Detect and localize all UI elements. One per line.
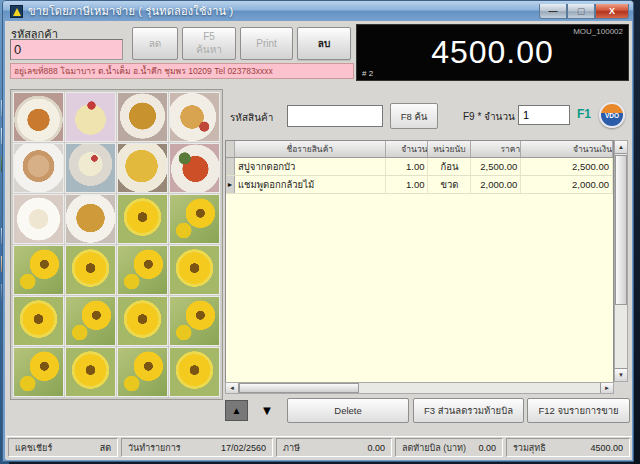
product-photo-sun-a[interactable] xyxy=(117,194,168,244)
table-row[interactable]: สบู่จากดอกบัว1.00ก้อน2,500.002,500.00 xyxy=(226,158,613,176)
scroll-down-icon[interactable]: ▼ xyxy=(615,368,627,381)
move-down-button[interactable]: ▼ xyxy=(255,400,279,421)
line-count: # 2 xyxy=(362,69,373,78)
f12-finish-sale-button[interactable]: F12 จบรายการขาย xyxy=(527,398,630,423)
f1-help-label[interactable]: F1 xyxy=(577,107,591,121)
product-photo-sun-a[interactable] xyxy=(13,296,64,346)
column-header-unit[interactable]: หน่วยนับ xyxy=(428,141,471,157)
product-photo-soup-white[interactable] xyxy=(13,194,64,244)
f3-bill-discount-button[interactable]: F3 ส่วนลดรวมท้ายบิล xyxy=(413,398,524,423)
table-cell[interactable]: ขวด xyxy=(428,176,471,193)
table-cell[interactable]: 2,000.00 xyxy=(471,176,521,193)
table-horizontal-scrollbar[interactable]: ◄ ► xyxy=(225,382,614,394)
product-photo-sun-b[interactable] xyxy=(65,296,116,346)
desktop-background-strip xyxy=(633,0,640,464)
scroll-right-icon[interactable]: ► xyxy=(600,383,613,393)
status-cashier: แคชเชียร์ สด xyxy=(8,438,118,457)
product-photo-fried-gold[interactable] xyxy=(117,92,168,142)
product-photo-sun-a[interactable] xyxy=(169,245,220,295)
table-cell[interactable]: 1.00 xyxy=(386,176,429,193)
product-photo-sun-b[interactable] xyxy=(117,347,168,397)
window-title: ขายโดยภาษีเหมาจ่าย ( รุ่นทดลองใช้งาน ) xyxy=(28,2,233,20)
product-photo-stirfry-red[interactable] xyxy=(169,143,220,193)
quantity-input[interactable] xyxy=(518,105,570,125)
table-cell[interactable]: ก้อน xyxy=(428,158,471,175)
window-controls: — ▢ X xyxy=(539,4,629,19)
close-button[interactable]: X xyxy=(595,4,629,19)
title-bar[interactable]: ขายโดยภาษีเหมาจ่าย ( รุ่นทดลองใช้งาน ) —… xyxy=(3,1,633,21)
table-cell[interactable]: แชมพูดอกกล้วยไม้ xyxy=(235,176,386,193)
product-photo-sun-a[interactable] xyxy=(169,347,220,397)
product-photo-chicken-pile[interactable] xyxy=(13,143,64,193)
status-tax: ภาษี 0.00 xyxy=(276,438,392,457)
table-cell[interactable]: 1.00 xyxy=(386,158,429,175)
print-button[interactable]: Print xyxy=(240,27,293,60)
scroll-left-icon[interactable]: ◄ xyxy=(226,383,239,393)
product-photo-rice-fried[interactable] xyxy=(65,194,116,244)
customer-code-input[interactable] xyxy=(10,39,123,60)
client-area: รหัสลูกค้า ลด F5 ค้นหา Print ลบ อยู่เลขท… xyxy=(6,21,632,460)
vdo-badge-icon[interactable]: VDO xyxy=(599,102,625,128)
table-cell[interactable]: สบู่จากดอกบัว xyxy=(235,158,386,175)
discount-button[interactable]: ลด xyxy=(132,27,178,60)
table-vertical-scrollbar[interactable]: ▲ ▼ xyxy=(614,140,628,382)
scroll-up-icon[interactable]: ▲ xyxy=(615,141,627,154)
product-photo-fried-plate[interactable] xyxy=(169,92,220,142)
f8-search-button[interactable]: F8 ค้น xyxy=(390,103,438,129)
column-header-amount[interactable]: จำนวนเงิน xyxy=(521,141,613,157)
column-header-qty[interactable]: จำนวน xyxy=(386,141,429,157)
product-photo-bowl-orange[interactable] xyxy=(13,92,64,142)
product-photo-sun-a[interactable] xyxy=(65,347,116,397)
product-photo-sun-b[interactable] xyxy=(169,194,220,244)
table-body: สบู่จากดอกบัว1.00ก้อน2,500.002,500.00►แช… xyxy=(226,158,613,194)
row-selector[interactable]: ► xyxy=(226,176,235,193)
f5-search-button[interactable]: F5 ค้นหา xyxy=(182,27,236,60)
product-code-input[interactable] xyxy=(287,105,383,127)
product-code-label: รหัสสินค้า xyxy=(230,110,273,125)
scrollbar-thumb[interactable] xyxy=(615,155,627,305)
table-cell[interactable]: 2,500.00 xyxy=(521,158,613,175)
shop-address-bar: อยู่เลขที่888 โฉมาบาร ต.น้ำเค็ม อ.น้ำคึก… xyxy=(10,63,354,79)
table-row[interactable]: ►แชมพูดอกกล้วยไม้1.00ขวด2,000.002,000.00 xyxy=(226,176,613,194)
app-icon xyxy=(10,5,23,18)
product-photo-sun-a[interactable] xyxy=(117,296,168,346)
quantity-label: F9 * จำนวน xyxy=(463,109,515,124)
minimize-button[interactable]: — xyxy=(539,4,567,19)
status-bill-discount: ลดท้ายบิล (บาท) 0.00 xyxy=(395,438,503,457)
product-photo-sun-b[interactable] xyxy=(13,245,64,295)
table-header-row: ชื่อรายสินค้า จำนวน หน่วยนับ ราคา จำนวนเ… xyxy=(226,141,613,158)
status-date: วันทำรายการ 17/02/2560 xyxy=(121,438,273,457)
amount-display: MOU_100002 4500.00 # 2 xyxy=(356,24,629,81)
product-photo-curry-yellow[interactable] xyxy=(117,143,168,193)
table-cell[interactable]: 2,000.00 xyxy=(521,176,613,193)
status-bar: แคชเชียร์ สด วันทำรายการ 17/02/2560 ภาษี… xyxy=(6,436,632,458)
product-photo-dessert-cup[interactable] xyxy=(65,143,116,193)
total-amount-display: 4500.00 xyxy=(357,34,628,71)
product-photo-cake-cream[interactable] xyxy=(65,92,116,142)
move-up-button[interactable]: ▲ xyxy=(225,400,248,421)
product-photo-sun-b[interactable] xyxy=(117,245,168,295)
product-photo-sun-a[interactable] xyxy=(65,245,116,295)
delete-item-button[interactable]: ลบ xyxy=(297,27,351,60)
table-cell[interactable]: 2,500.00 xyxy=(471,158,521,175)
column-header-price[interactable]: ราคา xyxy=(471,141,521,157)
product-photo-sun-b[interactable] xyxy=(13,347,64,397)
maximize-button[interactable]: ▢ xyxy=(567,4,595,19)
status-net-total: รวมสุทธิ 4500.00 xyxy=(506,438,630,457)
product-photo-sun-b[interactable] xyxy=(169,296,220,346)
row-selector[interactable] xyxy=(226,158,235,175)
product-photo-grid xyxy=(10,89,223,400)
app-window: ขายโดยภาษีเหมาจ่าย ( รุ่นทดลองใช้งาน ) —… xyxy=(2,0,634,462)
row-selector-header xyxy=(226,141,235,157)
column-header-name[interactable]: ชื่อรายสินค้า xyxy=(235,141,386,157)
delete-row-button[interactable]: Delete xyxy=(287,398,409,423)
scrollbar-thumb[interactable] xyxy=(239,383,359,393)
items-table: ชื่อรายสินค้า จำนวน หน่วยนับ ราคา จำนวนเ… xyxy=(225,140,614,394)
